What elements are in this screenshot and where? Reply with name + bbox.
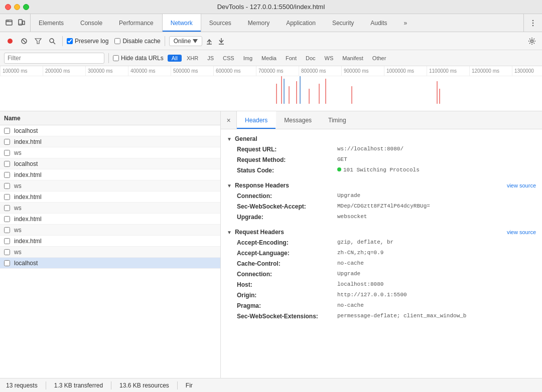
disable-cache-checkbox[interactable] — [114, 38, 120, 44]
tab-performance[interactable]: Performance — [111, 14, 162, 32]
response-headers-section-header[interactable]: ▼ Response Headers view source — [221, 180, 542, 191]
request-headers-section-header[interactable]: ▼ Request Headers view source — [221, 227, 542, 238]
tab-console[interactable]: Console — [72, 14, 111, 32]
tab-network[interactable]: Network — [162, 14, 201, 32]
timeline-bar-3 — [284, 79, 285, 104]
response-headers-section: ▼ Response Headers view source Connectio… — [221, 180, 542, 223]
preserve-log-checkbox[interactable] — [67, 38, 73, 44]
list-item[interactable]: ws — [0, 147, 220, 158]
item-checkbox[interactable] — [4, 128, 10, 134]
list-item[interactable]: ws — [0, 203, 220, 214]
item-checkbox[interactable] — [4, 260, 10, 266]
request-headers-section: ▼ Request Headers view source Accept-Enc… — [221, 227, 542, 322]
device-icon[interactable] — [16, 18, 26, 28]
tab-memory[interactable]: Memory — [240, 14, 278, 32]
filter-input[interactable] — [4, 53, 104, 64]
list-item[interactable]: index.html — [0, 236, 220, 247]
request-headers-view-source[interactable]: view source — [507, 229, 536, 235]
detail-tab-timing[interactable]: Timing — [320, 111, 355, 129]
item-checkbox[interactable] — [4, 172, 10, 178]
item-checkbox[interactable] — [4, 139, 10, 145]
download-button[interactable] — [216, 36, 226, 46]
detail-tab-headers[interactable]: Headers — [237, 111, 276, 129]
toolbar-sep-2 — [165, 36, 165, 46]
search-button[interactable] — [46, 35, 58, 47]
general-section-header[interactable]: ▼ General — [221, 133, 542, 144]
pragma-label: Pragma — [237, 302, 337, 309]
origin-row: Origin http://127.0.0.1:5500 — [221, 290, 542, 301]
tab-more[interactable]: » — [396, 14, 416, 32]
filter-type-ws[interactable]: WS — [321, 55, 338, 62]
filter-type-other[interactable]: Other — [368, 55, 390, 62]
inspect-icon[interactable] — [4, 18, 14, 28]
item-checkbox[interactable] — [4, 205, 10, 211]
tab-sources[interactable]: Sources — [201, 14, 240, 32]
preserve-log-label[interactable]: Preserve log — [67, 38, 108, 45]
list-item[interactable]: index.html — [0, 169, 220, 180]
list-item[interactable]: ws — [0, 225, 220, 236]
filter-type-all[interactable]: All — [168, 55, 182, 62]
list-item[interactable]: index.html — [0, 214, 220, 225]
minimize-button[interactable] — [14, 4, 20, 10]
filter-type-js[interactable]: JS — [203, 55, 218, 62]
timeline-bar-10 — [351, 86, 352, 104]
detail-tab-messages[interactable]: Messages — [276, 111, 320, 129]
throttling-selector[interactable]: Online — [169, 36, 203, 46]
filter-type-xhr[interactable]: XHR — [183, 55, 202, 62]
item-checkbox[interactable] — [4, 194, 10, 200]
item-checkbox[interactable] — [4, 216, 10, 222]
response-connection-label: Connection — [237, 192, 337, 200]
ruler-mark-7: 700000 ms — [256, 66, 299, 76]
maximize-button[interactable] — [23, 4, 29, 10]
svg-point-2 — [7, 20, 8, 21]
ruler-mark-10: 1000000 ms — [384, 66, 427, 76]
svg-point-21 — [531, 40, 533, 42]
tab-security[interactable]: Security — [324, 14, 362, 32]
filter-type-doc[interactable]: Doc — [302, 55, 320, 62]
clear-button[interactable] — [18, 35, 30, 47]
record-button[interactable] — [4, 35, 16, 47]
websocket-accept-label: Sec-WebSocket-Accept — [237, 203, 337, 210]
item-checkbox[interactable] — [4, 161, 10, 167]
hide-data-urls-checkbox[interactable] — [113, 55, 119, 61]
list-item[interactable]: index.html — [0, 191, 220, 203]
tab-elements[interactable]: Elements — [31, 14, 72, 32]
filter-type-css[interactable]: CSS — [219, 55, 238, 62]
devtools-left-icons — [0, 14, 31, 32]
item-checkbox[interactable] — [4, 183, 10, 189]
filter-type-manifest[interactable]: Manifest — [338, 55, 367, 62]
filter-type-font[interactable]: Font — [282, 55, 301, 62]
list-item[interactable]: localhost — [0, 125, 220, 136]
list-item[interactable]: ws — [0, 247, 220, 258]
origin-label: Origin — [237, 292, 337, 299]
general-request-url-row: Request URL ws://localhost:8080/ — [221, 144, 542, 155]
filter-toggle-button[interactable] — [32, 35, 44, 47]
detail-close-button[interactable]: × — [221, 111, 237, 129]
hide-data-urls-label[interactable]: Hide data URLs — [113, 55, 164, 62]
item-checkbox[interactable] — [4, 150, 10, 156]
filter-sep — [108, 53, 109, 63]
item-checkbox[interactable] — [4, 227, 10, 233]
list-item[interactable]: localhost — [0, 258, 220, 269]
item-checkbox[interactable] — [4, 238, 10, 244]
upload-button[interactable] — [204, 36, 214, 46]
item-checkbox[interactable] — [4, 249, 10, 255]
filter-type-img[interactable]: Img — [239, 55, 256, 62]
more-options-icon[interactable] — [528, 18, 538, 28]
filter-type-media[interactable]: Media — [257, 55, 281, 62]
response-headers-view-source[interactable]: view source — [507, 182, 536, 188]
tab-application[interactable]: Application — [278, 14, 324, 32]
request-url-value: ws://localhost:8080/ — [337, 146, 403, 153]
list-item[interactable]: ws — [0, 180, 220, 191]
host-value: localhost:8080 — [337, 281, 383, 288]
ruler-mark-13: 1300000 — [512, 66, 542, 76]
disable-cache-label[interactable]: Disable cache — [114, 38, 160, 45]
accept-language-value: zh-CN,zh;q=0.9 — [337, 250, 383, 257]
ruler-mark-11: 1100000 ms — [427, 66, 469, 76]
tab-audits[interactable]: Audits — [362, 14, 395, 32]
settings-button[interactable] — [526, 35, 538, 47]
list-item[interactable]: localhost — [0, 158, 220, 169]
origin-value: http://127.0.0.1:5500 — [337, 292, 407, 299]
close-button[interactable] — [5, 4, 11, 10]
list-item[interactable]: index.html — [0, 136, 220, 147]
